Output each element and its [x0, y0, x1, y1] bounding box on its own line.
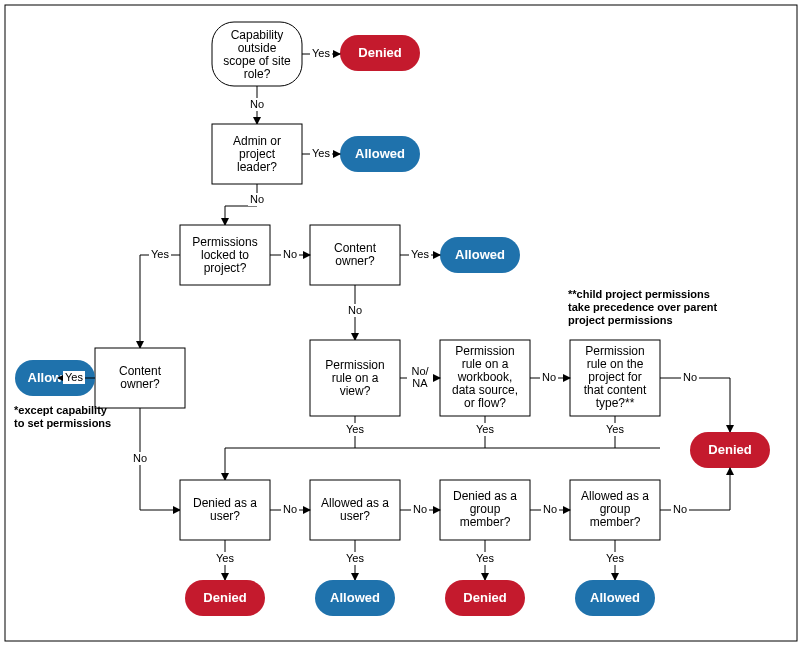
node-label: Allowed as a — [321, 496, 389, 510]
node-denied-group: Denied as a group member? — [440, 480, 530, 540]
edge-label: Yes — [312, 47, 330, 59]
node-permissions-locked: Permissions locked to project? — [180, 225, 270, 285]
edge-label: Yes — [476, 552, 494, 564]
node-label: scope of site — [223, 54, 291, 68]
node-label: Denied as a — [453, 489, 517, 503]
node-label: outside — [238, 41, 277, 55]
edge-label: Yes — [606, 552, 624, 564]
node-label: that content — [584, 383, 647, 397]
terminal-label: Denied — [358, 45, 401, 60]
edge-label: Yes — [151, 248, 169, 260]
node-label: project? — [204, 261, 247, 275]
node-allowed-group: Allowed as a group member? — [570, 480, 660, 540]
edge-label: No — [250, 98, 264, 110]
terminal-label: Allowed — [455, 247, 505, 262]
node-label: or flow? — [464, 396, 506, 410]
terminal-denied-user: Denied — [185, 580, 265, 616]
edge-label: No — [673, 503, 687, 515]
node-label: Permission — [325, 358, 384, 372]
node-label: Permissions — [192, 235, 257, 249]
terminal-denied-scope: Denied — [340, 35, 420, 71]
edge-label: No — [348, 304, 362, 316]
terminal-label: Denied — [463, 590, 506, 605]
node-denied-user: Denied as a user? — [180, 480, 270, 540]
node-label: locked to — [201, 248, 249, 262]
terminal-allowed-owner: Allowed — [440, 237, 520, 273]
terminal-denied-group: Denied — [445, 580, 525, 616]
edge-label: No — [413, 503, 427, 515]
node-label: rule on a — [332, 371, 379, 385]
node-label: rule on the — [587, 357, 644, 371]
node-label: role? — [244, 67, 271, 81]
node-rule-project: Permission rule on the project for that … — [570, 340, 660, 416]
node-label: Capability — [231, 28, 284, 42]
node-label: Denied as a — [193, 496, 257, 510]
edge-label: Yes — [476, 423, 494, 435]
node-label: Permission — [455, 344, 514, 358]
node-label: owner? — [335, 254, 375, 268]
node-label: Admin or — [233, 134, 281, 148]
footnote: take precedence over parent — [568, 301, 718, 313]
edge-label: NA — [412, 377, 428, 389]
node-admin-leader: Admin or project leader? — [212, 124, 302, 184]
terminal-label: Denied — [203, 590, 246, 605]
node-label: Content — [119, 364, 162, 378]
edge-label: Yes — [346, 423, 364, 435]
terminal-allowed-user: Allowed — [315, 580, 395, 616]
footnote: project permissions — [568, 314, 673, 326]
node-capability-scope: Capability outside scope of site role? — [212, 22, 302, 86]
edge-label: Yes — [216, 552, 234, 564]
edge-label: Yes — [411, 248, 429, 260]
edge-label: No — [283, 503, 297, 515]
node-label: member? — [460, 515, 511, 529]
node-label: group — [600, 502, 631, 516]
edge-label: No — [133, 452, 147, 464]
node-label: user? — [210, 509, 240, 523]
diagram-border — [5, 5, 797, 641]
node-label: data source, — [452, 383, 518, 397]
node-label: workbook, — [457, 370, 513, 384]
terminal-allowed-admin: Allowed — [340, 136, 420, 172]
node-label: Content — [334, 241, 377, 255]
terminal-label: Denied — [708, 442, 751, 457]
node-label: view? — [340, 384, 371, 398]
node-rule-view: Permission rule on a view? — [310, 340, 400, 416]
edge-label: No — [683, 371, 697, 383]
permission-flowchart: Capability outside scope of site role? D… — [0, 0, 802, 646]
node-label: Allowed as a — [581, 489, 649, 503]
edge-label: No/ — [411, 365, 429, 377]
terminal-label: Allowed — [330, 590, 380, 605]
node-label: project — [239, 147, 276, 161]
node-label: owner? — [120, 377, 160, 391]
edge-label: Yes — [346, 552, 364, 564]
terminal-label: Allowed — [590, 590, 640, 605]
node-label: Permission — [585, 344, 644, 358]
terminal-allowed-group: Allowed — [575, 580, 655, 616]
edge-label: No — [543, 503, 557, 515]
footnote: **child project permissions — [568, 288, 710, 300]
edge-label: Yes — [312, 147, 330, 159]
node-allowed-user: Allowed as a user? — [310, 480, 400, 540]
node-label: user? — [340, 509, 370, 523]
node-label: group — [470, 502, 501, 516]
node-rule-workbook: Permission rule on a workbook, data sour… — [440, 340, 530, 416]
terminal-denied-default: Denied — [690, 432, 770, 468]
footnote: to set permissions — [14, 417, 111, 429]
node-content-owner-unlocked: Content owner? — [310, 225, 400, 285]
node-content-owner-locked: Content owner? — [95, 348, 185, 408]
node-label: type?** — [596, 396, 635, 410]
node-label: rule on a — [462, 357, 509, 371]
edge-label: No — [542, 371, 556, 383]
edge-label: Yes — [65, 371, 83, 383]
node-label: project for — [588, 370, 641, 384]
terminal-label: Allowed — [355, 146, 405, 161]
node-label: member? — [590, 515, 641, 529]
edge-label: Yes — [606, 423, 624, 435]
node-label: leader? — [237, 160, 277, 174]
edge-label: No — [250, 193, 264, 205]
footnote: *except capability — [14, 404, 108, 416]
edge-label: No — [283, 248, 297, 260]
